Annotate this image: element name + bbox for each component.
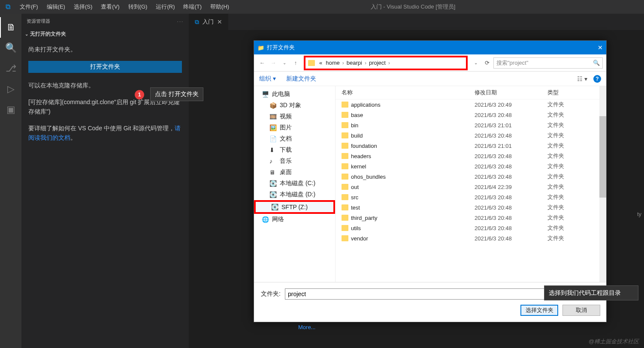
file-row[interactable]: out2021/6/4 22:39文件夹 bbox=[336, 182, 606, 192]
up-icon[interactable]: ↑ bbox=[291, 58, 300, 68]
scrollbar-thumb[interactable] bbox=[599, 116, 606, 198]
tree-item[interactable]: 📄文档 bbox=[254, 133, 335, 144]
tree-item-label: 音乐 bbox=[280, 157, 292, 165]
col-type[interactable]: 类型 bbox=[547, 89, 582, 96]
column-headers[interactable]: 名称 修改日期 类型 bbox=[336, 86, 606, 99]
chevron-down-icon: ⌄ bbox=[25, 32, 28, 36]
menu-item[interactable]: 帮助(H) bbox=[206, 0, 233, 14]
file-name: ohos_bundles bbox=[351, 174, 386, 180]
breadcrumb-item[interactable]: project bbox=[367, 60, 387, 66]
file-date: 2021/6/4 22:39 bbox=[475, 184, 547, 190]
organize-button[interactable]: 组织 ▾ bbox=[259, 75, 276, 83]
file-type: 文件夹 bbox=[547, 142, 582, 150]
close-icon[interactable]: ✕ bbox=[217, 18, 222, 25]
file-row[interactable]: headers2021/6/3 20:48文件夹 bbox=[336, 151, 606, 161]
breadcrumb-item[interactable]: bearpi bbox=[345, 60, 364, 66]
tree-item-label: 本地磁盘 (C:) bbox=[280, 180, 315, 187]
tree-item-icon: 🖼️ bbox=[269, 124, 277, 131]
menu-item[interactable]: 运行(R) bbox=[151, 0, 179, 14]
file-row[interactable]: base2021/6/3 20:48文件夹 bbox=[336, 110, 606, 120]
help-icon[interactable]: ? bbox=[593, 75, 601, 83]
file-row[interactable]: foundation2021/6/3 21:01文件夹 bbox=[336, 141, 606, 151]
file-row[interactable]: bin2021/6/3 21:01文件夹 bbox=[336, 120, 606, 130]
dialog-close-icon[interactable]: ✕ bbox=[598, 44, 603, 51]
file-name: third_party bbox=[351, 215, 377, 221]
file-date: 2021/6/3 20:48 bbox=[475, 225, 547, 231]
tree-item[interactable]: 🎞️视频 bbox=[254, 111, 335, 122]
file-row[interactable]: kernel2021/6/3 20:48文件夹 bbox=[336, 161, 606, 171]
folder-label: 文件夹: bbox=[260, 290, 281, 298]
file-row[interactable]: vendor2021/6/3 20:48文件夹 bbox=[336, 233, 606, 243]
tree-item-icon: ⬇ bbox=[269, 147, 277, 153]
tree-item-icon: 🖥 bbox=[269, 169, 277, 176]
menu-item[interactable]: 文件(F) bbox=[15, 0, 42, 14]
tab-welcome[interactable]: ⧉ 入门 ✕ bbox=[189, 14, 228, 30]
folder-icon bbox=[342, 184, 348, 190]
tree-item[interactable]: 🖥桌面 bbox=[254, 167, 335, 178]
cancel-button[interactable]: 取消 bbox=[562, 305, 600, 316]
file-row[interactable]: ohos_bundles2021/6/3 20:48文件夹 bbox=[336, 171, 606, 182]
search-icon[interactable]: 🔍 bbox=[0, 38, 21, 58]
tree-item[interactable]: 🖥️此电脑 bbox=[254, 89, 335, 100]
menu-item[interactable]: 终端(T) bbox=[179, 0, 206, 14]
col-name[interactable]: 名称 bbox=[342, 89, 475, 96]
select-folder-button[interactable]: 选择文件夹 bbox=[520, 305, 558, 316]
tree-item[interactable]: 💽本地磁盘 (D:) bbox=[254, 189, 335, 200]
new-folder-button[interactable]: 新建文件夹 bbox=[286, 75, 316, 83]
file-row[interactable]: build2021/6/3 20:48文件夹 bbox=[336, 130, 606, 141]
menu-item[interactable]: 选择(S) bbox=[70, 0, 97, 14]
recent-chevron-icon[interactable]: ⌄ bbox=[280, 58, 289, 68]
breadcrumb[interactable]: « home›bearpi›project› bbox=[304, 56, 468, 70]
dialog-titlebar[interactable]: 📁打开文件夹 ✕ bbox=[254, 41, 606, 54]
forward-icon[interactable]: → bbox=[269, 58, 278, 68]
tab-label: 入门 bbox=[203, 18, 214, 26]
more-link[interactable]: More... bbox=[298, 324, 315, 330]
tree-item-label: 下载 bbox=[280, 146, 292, 154]
breadcrumb-item[interactable]: home bbox=[324, 60, 342, 66]
back-icon[interactable]: ← bbox=[257, 58, 267, 68]
folder-icon bbox=[342, 143, 348, 149]
col-date[interactable]: 修改日期 bbox=[475, 89, 547, 96]
breadcrumb-dropdown-icon[interactable]: ⌄ bbox=[471, 60, 481, 65]
more-icon[interactable]: ··· bbox=[177, 19, 184, 24]
menu-item[interactable]: 转到(G) bbox=[124, 0, 152, 14]
section-folder[interactable]: ⌄ 无打开的文件夹 bbox=[21, 29, 189, 39]
file-date: 2021/6/3 21:01 bbox=[475, 143, 547, 149]
tree-item[interactable]: ♪音乐 bbox=[254, 156, 335, 167]
tree-item-label: 3D 对象 bbox=[280, 102, 301, 109]
file-row[interactable]: utils2021/6/3 20:48文件夹 bbox=[336, 223, 606, 233]
file-name: foundation bbox=[351, 143, 377, 149]
tree-item[interactable]: 🌐网络 bbox=[254, 214, 335, 225]
folder-icon bbox=[342, 204, 348, 210]
file-row[interactable]: applications2021/6/3 20:49文件夹 bbox=[336, 99, 606, 110]
view-mode-icon[interactable]: ☷ ▾ bbox=[577, 75, 587, 82]
tree-item[interactable]: 💽本地磁盘 (C:) bbox=[254, 178, 335, 189]
tree-item[interactable]: ⬇下载 bbox=[254, 144, 335, 156]
bg-text-fragment: ty bbox=[637, 211, 641, 217]
tree-item-icon: 💽 bbox=[269, 191, 277, 198]
file-row[interactable]: third_party2021/6/3 20:48文件夹 bbox=[336, 213, 606, 223]
folder-icon bbox=[342, 132, 348, 138]
tree-item-icon: 📦 bbox=[269, 102, 277, 109]
explorer-icon[interactable]: 🗎 bbox=[0, 17, 21, 38]
window-title: 入门 - Visual Studio Code [管理员] bbox=[233, 3, 593, 11]
file-type: 文件夹 bbox=[547, 183, 582, 191]
git-info: 要详细了解如何在 VS Code 中使用 Git 和源代码管理，请阅读我们的文档… bbox=[28, 123, 182, 143]
debug-icon[interactable]: ▷ bbox=[0, 79, 21, 99]
refresh-icon[interactable]: ⟳ bbox=[482, 60, 492, 66]
activity-bar: 🗎 🔍 ⎇ ▷ ▣ bbox=[0, 14, 21, 348]
file-row[interactable]: src2021/6/3 20:48文件夹 bbox=[336, 192, 606, 202]
tab-bar: ⧉ 入门 ✕ bbox=[189, 14, 644, 30]
tree-item[interactable]: 💽SFTP (Z:) bbox=[254, 200, 335, 214]
folder-icon bbox=[342, 122, 348, 128]
open-folder-button[interactable]: 打开文件夹 bbox=[28, 61, 182, 73]
search-input[interactable]: 搜索"project" 🔍 bbox=[493, 57, 603, 69]
file-row[interactable]: test2021/6/3 20:48文件夹 bbox=[336, 202, 606, 213]
tree-item[interactable]: 🖼️图片 bbox=[254, 122, 335, 133]
extensions-icon[interactable]: ▣ bbox=[0, 99, 21, 120]
tree-item-icon: 💽 bbox=[269, 180, 277, 187]
menu-item[interactable]: 编辑(E) bbox=[42, 0, 70, 14]
source-control-icon[interactable]: ⎇ bbox=[0, 58, 21, 79]
menu-item[interactable]: 查看(V) bbox=[97, 0, 124, 14]
tree-item[interactable]: 📦3D 对象 bbox=[254, 100, 335, 111]
